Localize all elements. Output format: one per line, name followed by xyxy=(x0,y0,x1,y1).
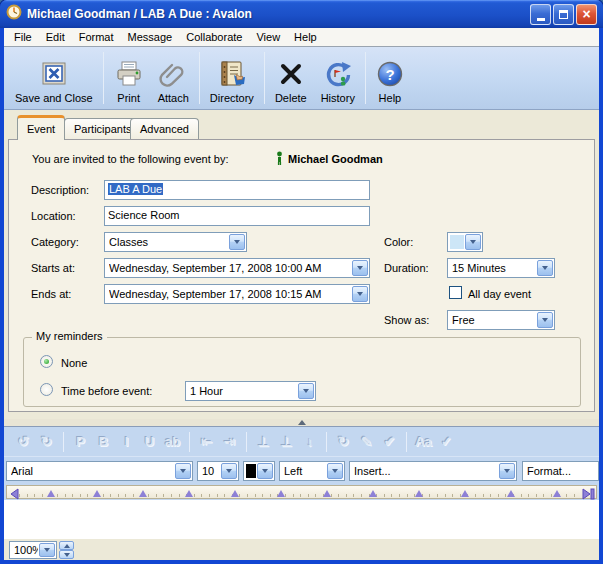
font-select[interactable]: Arial xyxy=(6,461,193,481)
directory-button[interactable]: Directory xyxy=(203,50,261,106)
menu-view[interactable]: View xyxy=(249,29,287,45)
ruler-tick xyxy=(34,494,35,497)
maximize-icon xyxy=(559,10,568,19)
chevron-down-icon[interactable] xyxy=(257,463,273,479)
help-button[interactable]: ? Help xyxy=(369,50,411,106)
tab-stop-marker[interactable] xyxy=(185,490,193,497)
apply-format-icon[interactable]: ✔ xyxy=(378,431,401,453)
strikethrough-icon[interactable]: ab xyxy=(161,431,184,453)
reminder-time-before-label: Time before event: xyxy=(61,385,152,397)
color-label: Color: xyxy=(384,236,413,248)
reminder-time-before-radio[interactable] xyxy=(40,383,53,396)
chevron-down-icon[interactable] xyxy=(229,234,245,250)
location-input[interactable]: Science Room xyxy=(104,206,370,226)
tab-stop-marker[interactable] xyxy=(323,490,331,497)
spellcheck-icon[interactable]: ✓ xyxy=(435,431,458,453)
case-icon[interactable]: Aa xyxy=(412,431,435,453)
maximize-button[interactable] xyxy=(553,4,574,25)
toolbar-separator xyxy=(365,52,366,104)
history-button[interactable]: History xyxy=(314,50,362,106)
tab-stop-marker[interactable] xyxy=(369,490,377,497)
chevron-down-icon[interactable] xyxy=(39,543,55,557)
menu-message[interactable]: Message xyxy=(121,29,180,45)
format-toolbar-separator xyxy=(63,432,64,452)
menu-edit[interactable]: Edit xyxy=(39,29,72,45)
tab-stop-marker[interactable] xyxy=(139,490,147,497)
time-before-select[interactable]: 1 Hour xyxy=(185,381,316,401)
ruler-tick xyxy=(452,494,453,497)
menu-collaborate[interactable]: Collaborate xyxy=(179,29,249,45)
ruler-tick xyxy=(209,494,210,497)
pane-splitter[interactable] xyxy=(4,419,599,427)
chevron-down-icon[interactable] xyxy=(298,383,314,399)
move-down-icon[interactable]: ↓ xyxy=(298,431,321,453)
minimize-button[interactable] xyxy=(530,4,551,25)
pen-icon[interactable]: ✎ xyxy=(355,431,378,453)
menu-help[interactable]: Help xyxy=(287,29,324,45)
delete-button[interactable]: Delete xyxy=(268,50,314,106)
chevron-down-icon[interactable] xyxy=(221,463,237,479)
tab-stop-left-icon[interactable]: ⊥ xyxy=(252,431,275,453)
save-and-close-button[interactable]: Save and Close xyxy=(8,50,100,106)
chevron-down-icon[interactable] xyxy=(465,234,481,250)
tab-stop-marker[interactable] xyxy=(415,490,423,497)
reminder-none-radio[interactable] xyxy=(40,355,53,368)
tab-stop-marker[interactable] xyxy=(277,490,285,497)
starts-at-select[interactable]: Wednesday, September 17, 2008 10:00 AM xyxy=(104,258,370,278)
zoom-select[interactable]: 100% xyxy=(9,541,57,559)
message-body[interactable] xyxy=(4,500,599,538)
description-input[interactable]: LAB A Due xyxy=(104,180,370,200)
chevron-down-icon[interactable] xyxy=(352,286,368,302)
all-day-checkbox[interactable] xyxy=(449,286,462,299)
tab-advanced[interactable]: Advanced xyxy=(130,118,199,139)
align-select[interactable]: Left xyxy=(279,461,345,481)
redo-icon[interactable]: ↻ xyxy=(35,431,58,453)
starts-at-label: Starts at: xyxy=(31,262,75,274)
chevron-down-icon[interactable] xyxy=(499,463,515,479)
color-select[interactable] xyxy=(447,232,483,252)
chevron-down-icon[interactable] xyxy=(537,260,553,276)
chevron-down-icon[interactable] xyxy=(327,463,343,479)
tab-stop-marker[interactable] xyxy=(553,490,561,497)
bold-icon[interactable]: B xyxy=(92,431,115,453)
chevron-down-icon[interactable] xyxy=(352,260,368,276)
category-select[interactable]: Classes xyxy=(104,232,247,252)
ruler-tick xyxy=(338,494,339,497)
close-button[interactable]: × xyxy=(576,4,597,25)
chevron-down-icon[interactable] xyxy=(175,463,191,479)
print-button[interactable]: Print xyxy=(107,50,151,106)
text-color-select[interactable] xyxy=(243,461,275,481)
tab-stop-marker[interactable] xyxy=(231,490,239,497)
refresh-icon[interactable]: ↻ xyxy=(332,431,355,453)
menu-file[interactable]: File xyxy=(7,29,39,45)
indent-icon[interactable]: ⇥ xyxy=(218,431,241,453)
tab-stop-marker[interactable] xyxy=(47,490,55,497)
format-toolbar-separator xyxy=(246,432,247,452)
plain-style-icon[interactable]: P xyxy=(69,431,92,453)
show-as-select[interactable]: Free xyxy=(447,310,555,330)
attach-button[interactable]: Attach xyxy=(151,50,196,106)
ruler-tick xyxy=(315,494,316,497)
duration-select[interactable]: 15 Minutes xyxy=(447,258,555,278)
spin-up-button[interactable] xyxy=(59,541,74,550)
tab-stop-marker[interactable] xyxy=(461,490,469,497)
tab-event-label: Event xyxy=(27,123,55,135)
menu-format[interactable]: Format xyxy=(72,29,121,45)
italic-icon[interactable]: I xyxy=(115,431,138,453)
format-select[interactable]: Format... xyxy=(522,461,599,481)
undo-icon[interactable]: ↺ xyxy=(12,431,35,453)
tab-stop-marker[interactable] xyxy=(93,490,101,497)
spin-down-button[interactable] xyxy=(59,550,74,559)
ends-at-select[interactable]: Wednesday, September 17, 2008 10:15 AM xyxy=(104,284,370,304)
underline-icon[interactable]: U xyxy=(138,431,161,453)
tab-event[interactable]: Event xyxy=(17,115,65,140)
insert-select[interactable]: Insert... xyxy=(349,461,517,481)
font-size-select[interactable]: 10 xyxy=(197,461,239,481)
outdent-icon[interactable]: ⇤ xyxy=(195,431,218,453)
tab-stop-marker[interactable] xyxy=(507,490,515,497)
tab-stop-center-icon[interactable]: ⊥ xyxy=(275,431,298,453)
chevron-down-icon[interactable] xyxy=(537,312,553,328)
ruler-tick xyxy=(125,494,126,497)
ruler[interactable] xyxy=(6,485,597,499)
align-value: Left xyxy=(284,465,326,477)
